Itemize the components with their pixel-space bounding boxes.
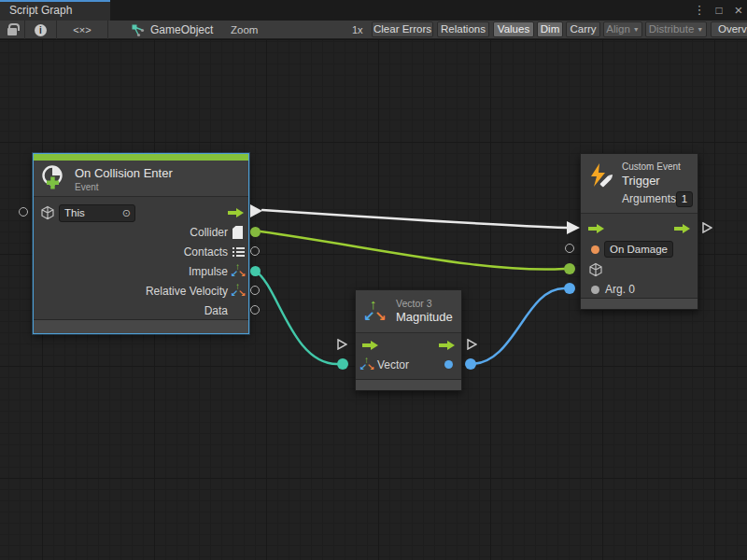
gameobject-chip[interactable]: GameObject: [131, 21, 213, 39]
bolt-pencil-icon: [586, 161, 616, 191]
event-name-value: On Damage: [610, 244, 668, 255]
chevron-down-icon: ▼: [697, 26, 703, 33]
event-name-field[interactable]: On Damage: [604, 241, 673, 258]
vector3-icon: ↑↙↘: [360, 357, 374, 371]
zoom-value: 1x: [352, 24, 363, 35]
align-label: Align: [606, 23, 630, 35]
flow-output-arrow[interactable]: [674, 224, 690, 233]
maximize-icon[interactable]: □: [711, 0, 727, 21]
node-category: Vector 3: [396, 298, 432, 309]
wire-magnitude-blue: [471, 288, 564, 364]
distribute-label: Distribute: [649, 23, 695, 35]
relations-button[interactable]: Relations: [437, 21, 489, 37]
port-label-collider: Collider: [190, 226, 228, 239]
vector3-icon: ↑↙↘: [232, 264, 246, 278]
lock-button[interactable]: [0, 21, 25, 39]
port-target-input[interactable]: [564, 263, 575, 274]
node-custom-event-trigger[interactable]: Custom Event Trigger Arguments 1 On Dama…: [580, 153, 698, 310]
arg0-label: Arg. 0: [605, 283, 635, 296]
port-flow-output[interactable]: [250, 204, 262, 217]
node-footer: [581, 298, 698, 309]
port-relative-velocity-output[interactable]: [250, 286, 260, 295]
graph-canvas[interactable]: On Collision Enter Event This ⊙ Collider…: [0, 39, 747, 560]
info-button[interactable]: i: [25, 21, 57, 39]
info-icon: i: [35, 24, 47, 36]
flow-input-arrow[interactable]: [362, 341, 378, 350]
object-picker-icon[interactable]: ⊙: [122, 205, 131, 221]
vector3-icon: ↑↙↘: [232, 284, 246, 298]
document-icon: [233, 226, 243, 239]
graph-icon: [131, 23, 145, 37]
cube-icon: [40, 205, 55, 220]
port-event-name-input[interactable]: [565, 244, 574, 253]
distribute-button[interactable]: Distribute▼: [645, 21, 707, 37]
string-port-icon: [591, 245, 599, 254]
node-footer: [34, 319, 248, 333]
align-button[interactable]: Align▼: [603, 21, 642, 37]
dim-button[interactable]: Dim: [537, 21, 563, 37]
node-title: On Collision Enter: [75, 166, 173, 180]
port-collider-output[interactable]: [250, 227, 261, 237]
lock-icon: [7, 28, 17, 35]
tab-script-graph[interactable]: Script Graph: [0, 0, 110, 21]
graph-toolbar: i <×> GameObject Zoom 1x Clear Errors Re…: [0, 21, 747, 39]
wire-collider-green: [261, 231, 564, 270]
chevron-down-icon: ▼: [633, 26, 640, 33]
node-header[interactable]: Custom Event Trigger Arguments 1: [581, 154, 698, 214]
port-label-vector: Vector: [377, 358, 409, 371]
flow-output-arrow[interactable]: [439, 341, 455, 350]
list-icon: [233, 246, 245, 258]
values-button[interactable]: Values: [493, 21, 534, 37]
node-header[interactable]: On Collision Enter Event: [34, 161, 248, 197]
tab-bar: Script Graph ⋮ □ ×: [0, 0, 747, 21]
arguments-count-field[interactable]: 1: [676, 191, 693, 207]
node-title: Magnitude: [396, 310, 453, 324]
port-data-output[interactable]: [250, 305, 260, 315]
target-self-field[interactable]: This ⊙: [59, 204, 135, 222]
arg0-port-icon: [591, 286, 599, 294]
port-label-impulse: Impulse: [189, 265, 228, 278]
wire-impulse-teal: [255, 271, 337, 364]
port-arg0-input[interactable]: [564, 283, 575, 294]
arguments-label: Arguments: [622, 192, 676, 205]
gameobject-label: GameObject: [150, 23, 213, 36]
port-flow-output[interactable]: [466, 339, 477, 350]
port-flow-output[interactable]: [701, 222, 712, 233]
event-color-strip: [34, 154, 248, 161]
port-target-input[interactable]: [19, 207, 28, 217]
carry-button[interactable]: Carry: [566, 21, 600, 37]
node-header[interactable]: ↑↙↘ Vector 3 Magnitude: [356, 290, 461, 333]
port-flow-input[interactable]: [336, 339, 347, 350]
target-self-value: This: [64, 207, 85, 218]
port-label-relative-velocity: Relative Velocity: [146, 285, 228, 298]
wire-flow-white: [262, 210, 567, 228]
port-label-data: Data: [204, 304, 228, 317]
cube-icon: [588, 262, 603, 277]
port-magnitude-output[interactable]: [465, 358, 476, 370]
node-subtitle: Event: [75, 182, 99, 192]
event-icon: [40, 164, 66, 190]
clear-errors-button[interactable]: Clear Errors: [372, 21, 433, 37]
vector3-icon: ↑↙↘: [363, 298, 388, 324]
code-view-button[interactable]: <×>: [57, 21, 108, 39]
port-vector-input[interactable]: [337, 358, 348, 370]
node-footer: [356, 379, 461, 390]
node-vector3-magnitude[interactable]: ↑↙↘ Vector 3 Magnitude ↑↙↘ Vector: [355, 289, 462, 391]
close-icon[interactable]: ×: [730, 0, 747, 21]
script-graph-window: Script Graph ⋮ □ × i <×> GameObject Zoom…: [0, 0, 747, 560]
wire-arrowhead: [567, 221, 580, 234]
node-category: Custom Event: [622, 161, 681, 172]
overview-button[interactable]: Overview: [711, 21, 747, 37]
zoom-label: Zoom: [231, 24, 258, 35]
port-impulse-output[interactable]: [250, 266, 261, 276]
flow-input-arrow[interactable]: [588, 224, 604, 233]
flow-output-arrow[interactable]: [228, 208, 244, 217]
window-menu-icon[interactable]: ⋮: [691, 0, 708, 21]
code-icon: <×>: [73, 24, 91, 35]
float-output-icon: [444, 360, 453, 369]
node-on-collision-enter[interactable]: On Collision Enter Event This ⊙ Collider…: [33, 153, 249, 334]
port-contacts-output[interactable]: [250, 246, 260, 256]
node-title: Trigger: [622, 174, 660, 188]
port-label-contacts: Contacts: [184, 245, 228, 259]
